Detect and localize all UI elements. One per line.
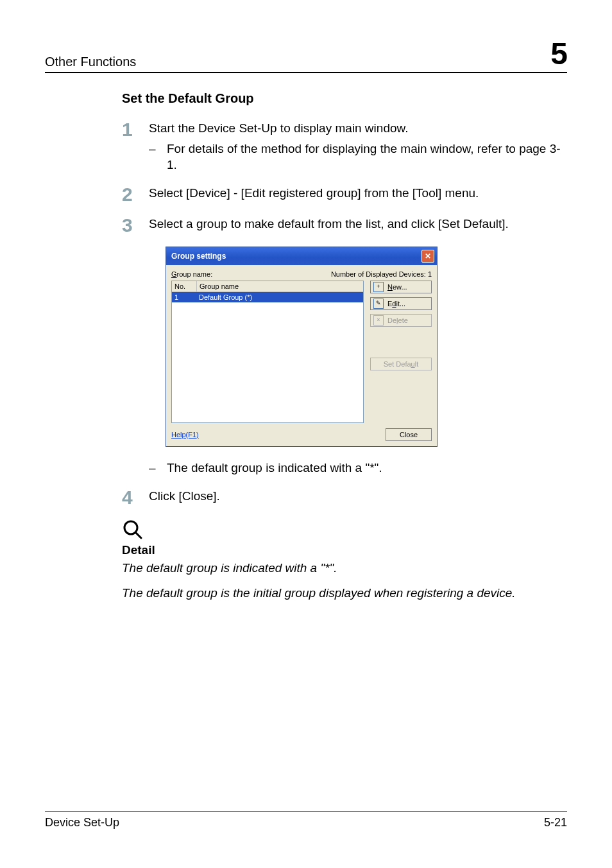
step-number: 1 — [122, 120, 149, 173]
step-number: 4 — [122, 488, 149, 507]
delete-icon: × — [373, 315, 384, 326]
step-2-text: Select [Device] - [Edit registered group… — [149, 185, 479, 202]
step-4-text: Click [Close]. — [149, 488, 220, 505]
dialog-close-button[interactable]: ✕ — [421, 250, 434, 263]
group-list[interactable]: No. Group name 1 Default Group (*) — [171, 281, 364, 423]
step-number: 2 — [122, 185, 149, 204]
step-3-sub: The default group is indicated with a "*… — [167, 460, 382, 476]
edit-icon: ✎ — [373, 299, 384, 309]
chapter-number: 5 — [550, 39, 567, 69]
dialog-titlebar[interactable]: Group settings ✕ — [166, 247, 437, 265]
detail-line-2: The default group is the initial group d… — [122, 585, 567, 602]
magnifier-icon — [122, 519, 567, 543]
step-number: 3 — [122, 216, 149, 235]
footer-right: 5-21 — [544, 816, 567, 829]
row-no: 1 — [172, 292, 196, 302]
page-footer: Device Set-Up 5-21 — [45, 812, 567, 829]
step-3-text: Select a group to make default from the … — [149, 216, 509, 232]
close-button[interactable]: Close — [386, 428, 432, 441]
section-title: Set the Default Group — [122, 91, 567, 106]
step-1: 1 Start the Device Set-Up to display mai… — [122, 120, 567, 173]
col-name-header: Group name — [197, 281, 363, 291]
help-link[interactable]: Help(F1) — [171, 431, 199, 438]
dash-icon: – — [149, 141, 167, 173]
set-default-button[interactable]: Set Default — [370, 358, 432, 370]
new-button[interactable]: + New... — [370, 281, 432, 293]
step-3: 3 Select a group to make default from th… — [122, 216, 567, 235]
footer-left: Device Set-Up — [45, 816, 119, 829]
detail-heading: Detail — [122, 543, 567, 557]
list-header: No. Group name — [172, 281, 363, 292]
group-settings-dialog: Group settings ✕ Group name: Number of D… — [166, 247, 438, 447]
row-name: Default Group (*) — [196, 292, 363, 302]
displayed-devices-label: Number of Displayed Devices: 1 — [331, 270, 432, 278]
edit-button[interactable]: ✎ Edit... — [370, 297, 432, 310]
detail-line-1: The default group is indicated with a "*… — [122, 560, 567, 577]
dialog-title: Group settings — [171, 252, 226, 261]
page-header: Other Functions 5 — [45, 39, 567, 73]
col-no-header: No. — [172, 281, 197, 291]
svg-line-1 — [135, 532, 141, 538]
header-section: Other Functions — [45, 55, 136, 69]
new-icon: + — [373, 282, 384, 292]
group-name-label: Group name: — [171, 270, 212, 278]
dash-icon: – — [149, 460, 167, 476]
step-4: 4 Click [Close]. — [122, 488, 567, 507]
delete-button[interactable]: × Delete — [370, 314, 432, 327]
step-2: 2 Select [Device] - [Edit registered gro… — [122, 185, 567, 204]
step-1-text: Start the Device Set-Up to display main … — [149, 120, 567, 137]
step-1-sub: For details of the method for displaying… — [167, 141, 567, 173]
list-row-selected[interactable]: 1 Default Group (*) — [172, 292, 363, 302]
